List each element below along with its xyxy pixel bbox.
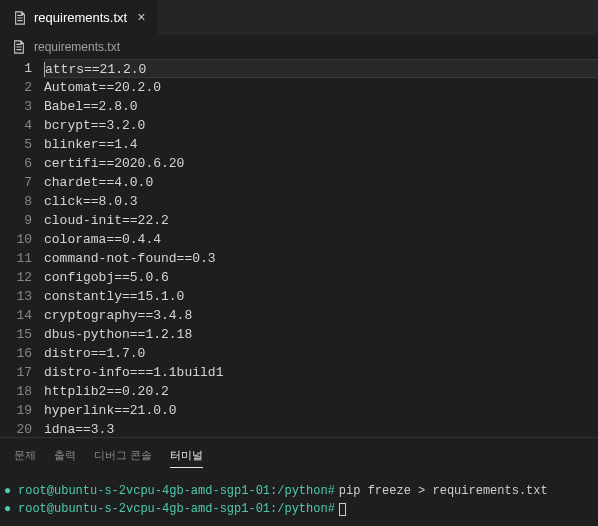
close-icon[interactable]: × (137, 10, 145, 26)
code-line: constantly==15.1.0 (44, 287, 598, 306)
line-number: 3 (0, 97, 32, 116)
code-line: chardet==4.0.0 (44, 173, 598, 192)
line-number: 6 (0, 154, 32, 173)
gutter: 1 2 3 4 5 6 7 8 9 10 11 12 13 14 15 16 1… (0, 59, 44, 437)
panel-tab-problems[interactable]: 문제 (14, 444, 36, 468)
line-number: 7 (0, 173, 32, 192)
line-number: 4 (0, 116, 32, 135)
file-icon (12, 39, 28, 55)
line-number: 15 (0, 325, 32, 344)
code-line: bcrypt==3.2.0 (44, 116, 598, 135)
line-number: 12 (0, 268, 32, 287)
bullet-icon: ● (4, 500, 14, 518)
code-line: certifi==2020.6.20 (44, 154, 598, 173)
line-number: 10 (0, 230, 32, 249)
code-line: idna==3.3 (44, 420, 598, 437)
file-icon (12, 10, 28, 26)
code-line: blinker==1.4 (44, 135, 598, 154)
line-number: 17 (0, 363, 32, 382)
terminal-prompt: root@ubuntu-s-2vcpu-4gb-amd-sgp1-01:/pyt… (18, 482, 335, 500)
code-line: colorama==0.4.4 (44, 230, 598, 249)
tab-label: requirements.txt (34, 10, 127, 25)
line-number: 16 (0, 344, 32, 363)
code-line: cryptography==3.4.8 (44, 306, 598, 325)
line-number: 2 (0, 78, 32, 97)
code-line: Babel==2.8.0 (44, 97, 598, 116)
line-number: 8 (0, 192, 32, 211)
code-line: httplib2==0.20.2 (44, 382, 598, 401)
code-line: click==8.0.3 (44, 192, 598, 211)
code-line: distro==1.7.0 (44, 344, 598, 363)
code-line: dbus-python==1.2.18 (44, 325, 598, 344)
breadcrumb-filename: requirements.txt (34, 40, 120, 54)
terminal-prompt: root@ubuntu-s-2vcpu-4gb-amd-sgp1-01:/pyt… (18, 500, 335, 518)
code-line: cloud-init==22.2 (44, 211, 598, 230)
bullet-icon: ● (4, 482, 14, 500)
line-number: 19 (0, 401, 32, 420)
line-number: 5 (0, 135, 32, 154)
code-line: attrs==21.2.0 (44, 59, 598, 78)
breadcrumb[interactable]: requirements.txt (0, 35, 598, 59)
editor[interactable]: 1 2 3 4 5 6 7 8 9 10 11 12 13 14 15 16 1… (0, 59, 598, 437)
code-line: Automat==20.2.0 (44, 78, 598, 97)
code-line: distro-info===1.1build1 (44, 363, 598, 382)
panel-tab-debug[interactable]: 디버그 콘솔 (94, 444, 152, 468)
code-line: hyperlink==21.0.0 (44, 401, 598, 420)
code-area[interactable]: attrs==21.2.0 Automat==20.2.0 Babel==2.8… (44, 59, 598, 437)
line-number: 20 (0, 420, 32, 437)
panel-tab-output[interactable]: 출력 (54, 444, 76, 468)
terminal-cursor (339, 503, 346, 516)
code-line: configobj==5.0.6 (44, 268, 598, 287)
line-number: 18 (0, 382, 32, 401)
line-number: 14 (0, 306, 32, 325)
terminal-line: ● root@ubuntu-s-2vcpu-4gb-amd-sgp1-01:/p… (4, 482, 594, 500)
terminal[interactable]: ● root@ubuntu-s-2vcpu-4gb-amd-sgp1-01:/p… (0, 474, 598, 526)
line-number: 11 (0, 249, 32, 268)
code-line: command-not-found==0.3 (44, 249, 598, 268)
line-number: 1 (0, 59, 32, 78)
line-number: 13 (0, 287, 32, 306)
terminal-command: pip freeze > requirements.txt (339, 482, 548, 500)
panel-tabs: 문제 출력 디버그 콘솔 터미널 (0, 437, 598, 474)
terminal-line: ● root@ubuntu-s-2vcpu-4gb-amd-sgp1-01:/p… (4, 500, 594, 518)
line-number: 9 (0, 211, 32, 230)
panel-tab-terminal[interactable]: 터미널 (170, 444, 203, 468)
tab-requirements[interactable]: requirements.txt × (0, 0, 159, 35)
tab-bar: requirements.txt × (0, 0, 598, 35)
